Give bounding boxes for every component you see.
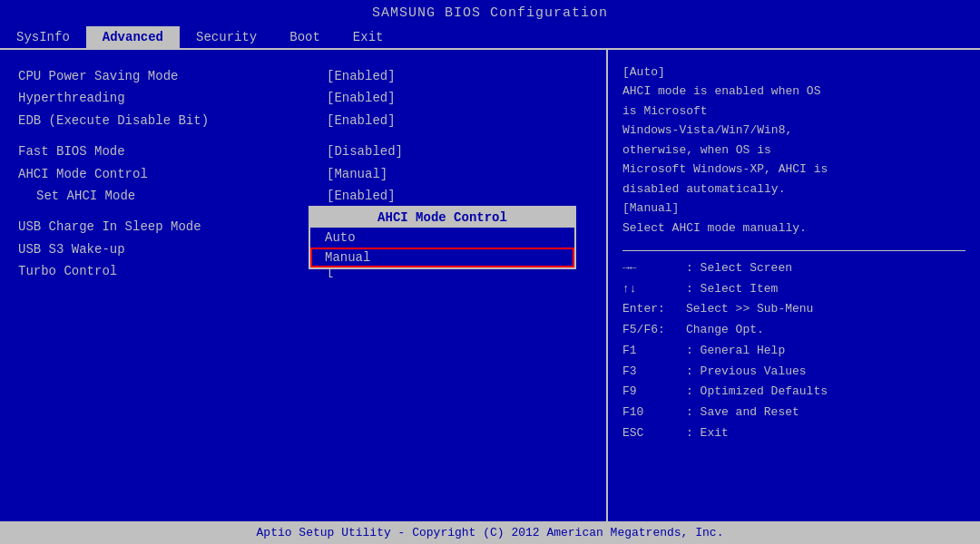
divider [622, 250, 965, 251]
key-label: F9 [622, 382, 686, 403]
setting-label: AHCI Mode Control [18, 164, 327, 184]
setting-label: Hyperthreading [18, 88, 327, 108]
bios-screen: SAMSUNG BIOS Configuration SysInfo Advan… [0, 0, 980, 544]
setting-label: EDB (Execute Disable Bit) [18, 111, 327, 131]
key-desc: : Previous Values [686, 362, 807, 383]
tab-boot[interactable]: Boot [273, 26, 337, 48]
key-label: →← [622, 258, 686, 279]
setting-ahci-mode-control: AHCI Mode Control [Manual] [18, 164, 588, 184]
key-label: ESC [622, 423, 686, 444]
ahci-mode-dropdown[interactable]: AHCI Mode Control Auto Manual [309, 206, 576, 269]
setting-value: [Enabled] [327, 88, 396, 108]
key-desc: : Select Screen [686, 258, 792, 279]
setting-label: Fast BIOS Mode [18, 141, 327, 161]
tab-sysinfo[interactable]: SysInfo [0, 26, 86, 48]
menu-tabs: SysInfo Advanced Security Boot Exit [0, 24, 980, 50]
dropdown-item-auto[interactable]: Auto [310, 228, 574, 248]
key-row: →← : Select Screen [622, 258, 965, 279]
setting-value: [Enabled] [327, 66, 396, 86]
title-bar: SAMSUNG BIOS Configuration [0, 0, 980, 24]
tab-exit[interactable]: Exit [337, 26, 400, 48]
right-panel: [Auto] AHCI mode is enabled when OS is M… [608, 50, 980, 521]
setting-label: USB Charge In Sleep Mode [18, 217, 327, 237]
setting-label: USB S3 Wake-up [18, 239, 327, 259]
key-desc: : General Help [686, 341, 785, 362]
setting-value: [Enabled] [327, 186, 396, 206]
setting-fast-bios: Fast BIOS Mode [Disabled] [18, 141, 588, 161]
setting-value: [Disabled] [327, 141, 403, 161]
main-content: CPU Power Saving Mode [Enabled] Hyperthr… [0, 50, 980, 521]
setting-label: Turbo Control [18, 261, 327, 281]
tab-security[interactable]: Security [180, 26, 273, 48]
setting-set-ahci-mode: Set AHCI Mode [Enabled] [18, 186, 588, 206]
setting-hyperthreading: Hyperthreading [Enabled] [18, 88, 588, 108]
key-label: F5/F6: [622, 320, 686, 341]
key-row: Enter: Select >> Sub-Menu [622, 299, 965, 320]
setting-label: Set AHCI Mode [18, 186, 327, 206]
setting-value: [Manual] [327, 164, 387, 184]
key-row: F10 : Save and Reset [622, 403, 965, 423]
key-desc: : Exit [686, 423, 729, 444]
key-row: F1 : General Help [622, 341, 965, 362]
setting-label: CPU Power Saving Mode [18, 66, 327, 86]
key-label: F3 [622, 362, 686, 383]
dropdown-title: AHCI Mode Control [310, 208, 574, 228]
help-text: [Auto] AHCI mode is enabled when OS is M… [622, 63, 965, 238]
footer-text: Aptio Setup Utility - Copyright (C) 2012… [257, 526, 724, 539]
key-row: F5/F6: Change Opt. [622, 320, 965, 341]
key-row: F3 : Previous Values [622, 362, 965, 383]
key-desc: : Select Item [686, 279, 778, 300]
bios-title: SAMSUNG BIOS Configuration [372, 5, 608, 21]
key-row: F9 : Optimized Defaults [622, 382, 965, 403]
key-desc: : Optimized Defaults [686, 382, 828, 403]
key-desc: Change Opt. [686, 320, 764, 341]
footer: Aptio Setup Utility - Copyright (C) 2012… [0, 521, 980, 544]
key-label: F1 [622, 341, 686, 362]
key-help: →← : Select Screen ↑↓ : Select Item Ente… [622, 258, 965, 444]
key-desc: Select >> Sub-Menu [686, 299, 813, 320]
spacer [18, 132, 588, 141]
dropdown-item-manual[interactable]: Manual [310, 248, 574, 267]
key-row: ESC : Exit [622, 423, 965, 444]
setting-value: [Enabled] [327, 111, 396, 131]
setting-cpu-power: CPU Power Saving Mode [Enabled] [18, 66, 588, 86]
setting-edb: EDB (Execute Disable Bit) [Enabled] [18, 111, 588, 131]
key-label: ↑↓ [622, 279, 686, 300]
left-panel: CPU Power Saving Mode [Enabled] Hyperthr… [0, 50, 608, 521]
key-label: F10 [622, 403, 686, 423]
tab-advanced[interactable]: Advanced [86, 26, 180, 48]
key-row: ↑↓ : Select Item [622, 279, 965, 300]
key-desc: : Save and Reset [686, 403, 799, 423]
key-label: Enter: [622, 299, 686, 320]
